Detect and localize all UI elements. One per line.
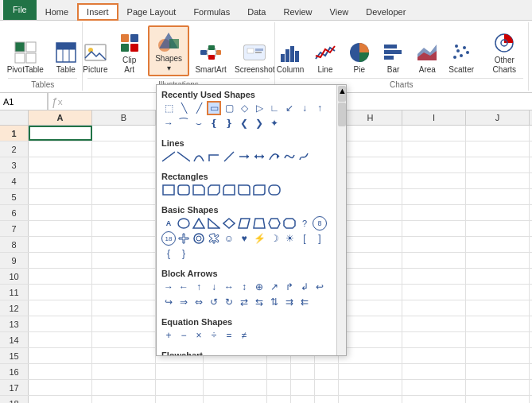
cell-b15[interactable]: [92, 348, 156, 363]
shape-arrow-down-left[interactable]: ↙: [282, 101, 297, 115]
cell-h14[interactable]: [339, 332, 402, 347]
eq-divide[interactable]: ÷: [207, 328, 221, 343]
cell-h4[interactable]: [339, 173, 402, 188]
shape-oval[interactable]: [177, 216, 191, 231]
cell-i5[interactable]: [402, 189, 466, 204]
row-header-10[interactable]: 10: [0, 269, 29, 284]
cell-d17[interactable]: [204, 380, 267, 395]
row-header-1[interactable]: 1: [0, 126, 29, 141]
shape-curly-r[interactable]: }: [177, 246, 191, 261]
arrow-block-stack[interactable]: ⇅: [267, 295, 282, 309]
shape-chevron-l[interactable]: ❮: [237, 116, 251, 130]
shape-chevron-r[interactable]: ❯: [252, 116, 266, 130]
scroll-up-arrow[interactable]: ▲: [338, 86, 346, 102]
cell-g18[interactable]: [315, 396, 339, 403]
cell-a3[interactable]: [29, 157, 92, 172]
cell-a14[interactable]: [29, 332, 92, 347]
cell-f18[interactable]: [291, 396, 315, 403]
row-header-8[interactable]: 8: [0, 237, 29, 252]
cell-d16[interactable]: [204, 364, 267, 379]
line-arrow[interactable]: [237, 149, 251, 164]
cell-a8[interactable]: [29, 237, 92, 252]
shape-18[interactable]: 18: [161, 231, 176, 246]
shape-rounded-rect[interactable]: ▢: [222, 101, 236, 115]
cell-h7[interactable]: [339, 221, 402, 236]
table-button[interactable]: Table: [50, 38, 82, 76]
row-header-17[interactable]: 17: [0, 380, 29, 395]
tab-developer[interactable]: Developer: [357, 2, 414, 20]
cell-h6[interactable]: [339, 205, 402, 220]
cell-h11[interactable]: [339, 285, 402, 300]
row-header-16[interactable]: 16: [0, 364, 29, 379]
cell-a10[interactable]: [29, 269, 92, 284]
cell-a16[interactable]: [29, 364, 92, 379]
line-diagonal[interactable]: [177, 149, 191, 164]
tab-review[interactable]: Review: [274, 2, 320, 20]
cell-g17[interactable]: [315, 380, 339, 395]
rect-round-diag[interactable]: [252, 183, 266, 197]
rect-all-rounded[interactable]: [267, 183, 282, 197]
cell-j5[interactable]: [466, 189, 530, 204]
shape-parallelogram[interactable]: [237, 216, 251, 231]
arrow-horiz-block[interactable]: ↔: [222, 280, 236, 294]
row-header-14[interactable]: 14: [0, 332, 29, 347]
arrow-vert-block[interactable]: ↕: [237, 280, 251, 294]
cell-i14[interactable]: [402, 332, 466, 347]
arrow-curved-r[interactable]: ↺: [207, 295, 221, 309]
shape-arrow-up[interactable]: ↑: [313, 101, 327, 115]
arrow-down-block[interactable]: ↓: [207, 280, 221, 294]
tab-home[interactable]: Home: [37, 2, 77, 20]
rect-round-two[interactable]: [237, 183, 251, 197]
line-double-arrow[interactable]: [252, 149, 266, 164]
cell-b12[interactable]: [92, 300, 156, 316]
cell-a9[interactable]: [29, 253, 92, 268]
line-curved-arrow[interactable]: [267, 149, 282, 164]
cell-b2[interactable]: [92, 141, 156, 157]
row-header-3[interactable]: 3: [0, 157, 29, 172]
col-header-h[interactable]: H: [339, 110, 402, 125]
arrow-up-block[interactable]: ↑: [192, 280, 206, 294]
cell-j1[interactable]: [466, 126, 530, 141]
cell-a17[interactable]: [29, 380, 92, 395]
cell-b9[interactable]: [92, 253, 156, 268]
cell-b10[interactable]: [92, 269, 156, 284]
arrow-quad-block[interactable]: ⊕: [252, 280, 266, 294]
cell-e18[interactable]: [267, 396, 291, 403]
row-header-11[interactable]: 11: [0, 285, 29, 300]
tab-file[interactable]: File: [3, 0, 37, 20]
smartart-button[interactable]: SmartArt: [192, 38, 229, 76]
arrow-striped[interactable]: ⇔: [192, 295, 206, 309]
cell-a18[interactable]: [29, 396, 92, 403]
arrow-callout-r[interactable]: ⇉: [282, 295, 297, 309]
cell-h1[interactable]: [339, 126, 402, 141]
cell-a7[interactable]: [29, 221, 92, 236]
screenshot-button[interactable]: Screenshot: [232, 38, 278, 76]
line-elbow[interactable]: [207, 149, 221, 164]
cell-j7[interactable]: [466, 221, 530, 236]
cell-j15[interactable]: [466, 348, 530, 363]
rect-plain[interactable]: [161, 183, 176, 197]
cell-i16[interactable]: [402, 364, 466, 379]
line-scribble[interactable]: [282, 149, 297, 164]
arrow-swoosh[interactable]: ⇄: [237, 295, 251, 309]
shape-trapezoid[interactable]: [252, 216, 266, 231]
shape-brace-r[interactable]: ❵: [222, 116, 236, 130]
shapes-button[interactable]: Shapes ▾: [148, 25, 189, 76]
arrow-left-block[interactable]: ←: [177, 280, 191, 294]
shape-line2[interactable]: ╱: [192, 101, 206, 115]
cell-f17[interactable]: [291, 380, 315, 395]
pie-chart-button[interactable]: Pie: [344, 38, 374, 76]
cell-j3[interactable]: [466, 157, 530, 172]
cell-h10[interactable]: [339, 269, 402, 284]
bar-chart-button[interactable]: Bar: [379, 38, 408, 76]
cell-i9[interactable]: [402, 253, 466, 268]
row-header-12[interactable]: 12: [0, 300, 29, 316]
shape-callout[interactable]: ?: [297, 216, 312, 231]
line-freeform[interactable]: [297, 149, 312, 164]
pivottable-button[interactable]: PivotTable: [4, 38, 47, 76]
cell-j2[interactable]: [466, 141, 530, 157]
cell-c18[interactable]: [156, 396, 204, 403]
cell-b8[interactable]: [92, 237, 156, 252]
cell-c17[interactable]: [156, 380, 204, 395]
arrow-uturn2[interactable]: ↪: [161, 295, 176, 309]
